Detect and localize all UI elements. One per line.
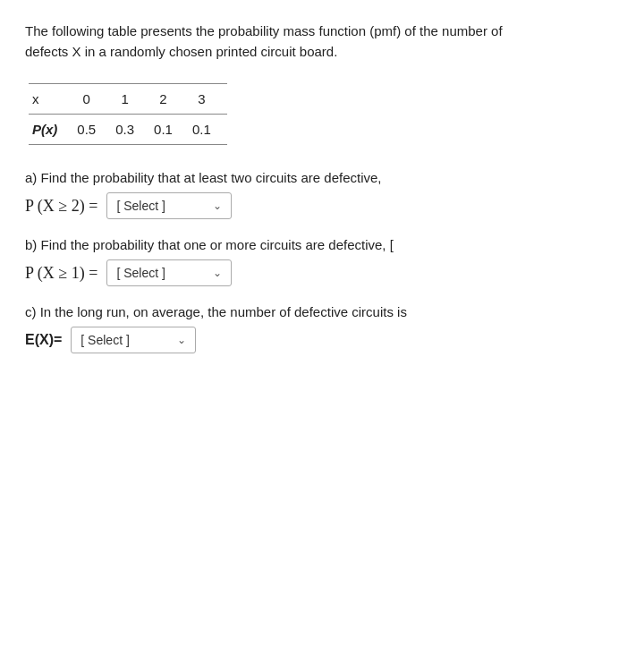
x-header: x (29, 84, 73, 115)
val1-header: 1 (112, 84, 150, 115)
chevron-down-icon-b: ⌄ (213, 267, 222, 280)
px-val0: 0.5 (73, 115, 112, 145)
select-a[interactable]: [ Select ] ⌄ (106, 192, 232, 219)
px-val1: 0.3 (112, 115, 150, 145)
section-a: a) Find the probability that at least tw… (25, 170, 619, 219)
pmf-table: x 0 1 2 3 P(x) 0.5 0.3 0.1 0.1 (29, 83, 227, 145)
select-c[interactable]: [ Select ] ⌄ (71, 327, 196, 353)
equation-row-c: E(X)= [ Select ] ⌄ (25, 327, 619, 353)
px-val2: 0.1 (150, 115, 189, 145)
table-data-row: P(x) 0.5 0.3 0.1 0.1 (29, 115, 227, 145)
equation-lhs-c: E(X)= (25, 332, 62, 348)
px-val3: 0.1 (189, 115, 227, 145)
equation-lhs-b: P (X ≥ 1) = (25, 264, 97, 283)
section-a-label: a) Find the probability that at least tw… (25, 170, 619, 185)
equation-row-a: P (X ≥ 2) = [ Select ] ⌄ (25, 192, 619, 219)
select-b-text: [ Select ] (116, 266, 204, 280)
intro-text: The following table presents the probabi… (25, 21, 544, 62)
chevron-down-icon-a: ⌄ (213, 200, 222, 213)
equation-row-b: P (X ≥ 1) = [ Select ] ⌄ (25, 259, 619, 286)
section-c: c) In the long run, on average, the numb… (25, 304, 619, 353)
px-label: P(x) (29, 115, 73, 145)
section-b: b) Find the probability that one or more… (25, 237, 619, 286)
val2-header: 2 (150, 84, 189, 115)
val0-header: 0 (73, 84, 112, 115)
section-c-label: c) In the long run, on average, the numb… (25, 304, 619, 319)
val3-header: 3 (189, 84, 227, 115)
table-header-row: x 0 1 2 3 (29, 84, 227, 115)
select-b[interactable]: [ Select ] ⌄ (106, 259, 232, 286)
section-b-label: b) Find the probability that one or more… (25, 237, 619, 252)
chevron-down-icon-c: ⌄ (177, 334, 186, 347)
select-a-text: [ Select ] (116, 199, 204, 213)
select-c-text: [ Select ] (80, 333, 168, 347)
equation-lhs-a: P (X ≥ 2) = (25, 197, 97, 216)
